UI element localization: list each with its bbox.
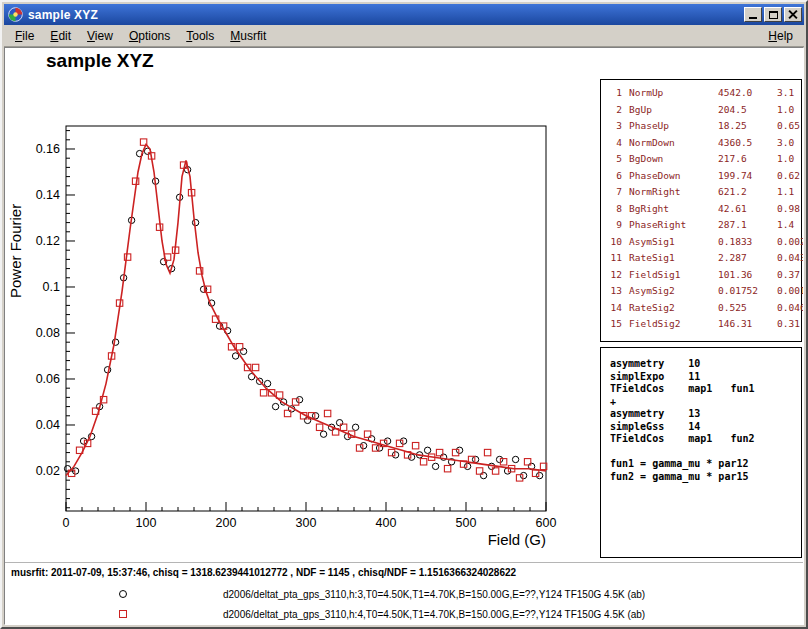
param-index: 8 <box>607 201 622 218</box>
data-point-square <box>324 410 330 416</box>
param-error: 1.4 <box>777 217 799 234</box>
minimize-button[interactable] <box>744 7 762 22</box>
data-point-circle <box>376 445 382 451</box>
legend-marker-circle-icon <box>119 590 127 598</box>
param-name: NormRight <box>629 184 711 201</box>
menu-item-edit[interactable]: Edit <box>42 27 79 45</box>
menu-item-help[interactable]: Help <box>760 27 801 45</box>
app-window: sample XYZ FileEditViewOptionsToolsMusrf… <box>0 0 808 629</box>
data-point-circle <box>472 456 478 462</box>
window-controls <box>744 7 802 22</box>
param-name: NormUp <box>629 85 711 102</box>
menu-item-view[interactable]: View <box>79 27 121 45</box>
param-name: AsymSig1 <box>629 234 711 251</box>
y-tick-label: 0.14 <box>36 188 60 202</box>
series-circle <box>64 148 542 479</box>
x-tick-label: 0 <box>63 516 70 530</box>
param-error: 3.1 <box>777 85 799 102</box>
param-value: 101.36 <box>718 267 770 284</box>
param-value: 4360.5 <box>718 135 770 152</box>
param-name: RateSig2 <box>629 300 711 317</box>
data-point-circle <box>384 438 390 444</box>
data-point-circle <box>312 413 318 419</box>
y-tick-label: 0.04 <box>36 418 60 432</box>
plot-svg[interactable]: 01002003004005006000.020.040.060.080.10.… <box>5 48 605 593</box>
series-square <box>68 139 546 481</box>
y-tick-label: 0.08 <box>36 326 60 340</box>
legend-row: d2006/deltat_pta_gps_3110,h:4,T0=4.50K,T… <box>5 604 803 624</box>
menu-item-tools[interactable]: Tools <box>178 27 222 45</box>
param-row: 5BgDown217.61.0 <box>607 151 799 168</box>
param-name: BgUp <box>629 102 711 119</box>
param-error: 0.98 <box>777 201 800 218</box>
param-value: 146.31 <box>718 316 770 333</box>
app-icon <box>8 7 23 22</box>
title-bar[interactable]: sample XYZ <box>4 4 804 25</box>
menu-item-options[interactable]: Options <box>121 27 178 45</box>
param-index: 11 <box>607 250 622 267</box>
menu-bar: FileEditViewOptionsToolsMusrfit Help <box>4 25 804 47</box>
x-tick-label: 400 <box>376 516 397 530</box>
param-row: 10AsymSig10.18330.0027 <box>607 234 799 251</box>
param-index: 7 <box>607 184 622 201</box>
param-name: RateSig1 <box>629 250 711 267</box>
legend: d2006/deltat_pta_gps_3110,h:3,T0=4.50K,T… <box>5 584 803 624</box>
param-index: 13 <box>607 283 622 300</box>
param-name: FieldSig2 <box>629 316 711 333</box>
x-tick-label: 100 <box>136 516 157 530</box>
theory-box: asymmetry 10 simplExpo 11 TFieldCos map1… <box>600 347 802 558</box>
data-point-circle <box>456 447 462 453</box>
close-icon <box>788 9 798 20</box>
param-row: 4NormDown4360.53.0 <box>607 135 799 152</box>
data-point-circle <box>432 463 438 469</box>
data-point-circle <box>336 419 342 425</box>
param-value: 4542.0 <box>718 85 770 102</box>
maximize-icon <box>769 11 778 19</box>
close-button[interactable] <box>784 7 802 22</box>
theory-text: asymmetry 10 simplExpo 11 TFieldCos map1… <box>610 358 801 483</box>
data-point-circle <box>232 353 238 359</box>
param-value: 0.1833 <box>718 234 770 251</box>
param-row: 15FieldSig2146.310.31 <box>607 316 799 333</box>
menu-item-musrfit[interactable]: Musrfit <box>222 27 274 45</box>
param-error: 1.0 <box>777 102 799 119</box>
data-point-square <box>252 364 258 370</box>
y-tick-label: 0.02 <box>36 464 60 478</box>
param-error: 1.1 <box>777 184 799 201</box>
param-index: 5 <box>607 151 622 168</box>
param-error: 0.37 <box>777 267 800 284</box>
param-error: 0.65 <box>777 118 800 135</box>
status-line: musrfit: 2011-07-09, 15:37:46, chisq = 1… <box>11 567 516 578</box>
data-point-square <box>484 449 490 455</box>
maximize-button[interactable] <box>764 7 782 22</box>
plot-frame <box>66 126 546 511</box>
param-error: 0.046 <box>777 300 804 317</box>
data-point-circle <box>408 454 414 460</box>
param-row: 1NormUp4542.03.1 <box>607 85 799 102</box>
param-index: 4 <box>607 135 622 152</box>
param-index: 15 <box>607 316 622 333</box>
param-row: 9PhaseRight287.11.4 <box>607 217 799 234</box>
data-point-circle <box>464 463 470 469</box>
param-value: 0.01752 <box>718 283 770 300</box>
data-point-circle <box>424 447 430 453</box>
param-error: 0.043 <box>777 250 804 267</box>
param-value: 199.74 <box>718 168 770 185</box>
y-tick-label: 0.12 <box>36 234 60 248</box>
menu-item-file[interactable]: File <box>7 27 42 45</box>
param-name: PhaseUp <box>629 118 711 135</box>
divider-line <box>5 562 803 563</box>
param-row: 11RateSig12.2870.043 <box>607 250 799 267</box>
data-point-circle <box>192 219 198 225</box>
param-row: 13AsymSig20.017520.00101 <box>607 283 799 300</box>
data-point-circle <box>352 424 358 430</box>
x-tick-label: 500 <box>456 516 477 530</box>
param-name: FieldSig1 <box>629 267 711 284</box>
param-index: 10 <box>607 234 622 251</box>
param-value: 204.5 <box>718 102 770 119</box>
data-point-square <box>260 390 266 396</box>
param-row: 14RateSig20.5250.046 <box>607 300 799 317</box>
param-name: NormDown <box>629 135 711 152</box>
legend-label: d2006/deltat_pta_gps_3110,h:4,T0=4.50K,T… <box>223 609 645 620</box>
data-point-square <box>316 424 322 430</box>
